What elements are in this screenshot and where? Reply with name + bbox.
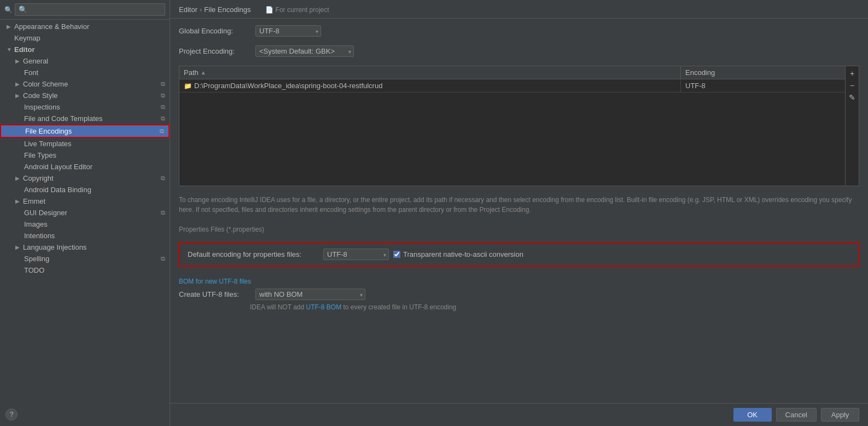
sidebar-item-spelling[interactable]: Spelling ⧉ <box>0 253 170 264</box>
properties-encoding-label: Default encoding for properties files: <box>188 250 319 258</box>
encoding-table: Path ▲ Encoding 📁 D:\ProgramData\WorkPla… <box>179 66 859 186</box>
bom-info: IDEA will NOT add UTF-8 BOM to every cre… <box>250 303 859 311</box>
content-header: Editor › File Encodings 📄 For current pr… <box>170 0 868 19</box>
search-bar[interactable]: 🔍 <box>0 0 170 20</box>
create-utf8-dropdown[interactable]: with NO BOM with BOM with BOM (macOS/Lin… <box>255 289 365 300</box>
sidebar-item-label: Font <box>24 68 38 77</box>
encoding-value: UTF-8 <box>685 82 706 90</box>
search-icon: 🔍 <box>4 6 13 14</box>
table-row[interactable]: 📁 D:\ProgramData\WorkPlace_idea\spring-b… <box>179 79 845 93</box>
sidebar-item-emmet[interactable]: ▶ Emmet <box>0 195 170 207</box>
global-encoding-row: Global Encoding: UTF-8 ISO-8859-1 window… <box>179 25 859 37</box>
create-utf8-dropdown-wrapper: with NO BOM with BOM with BOM (macOS/Lin… <box>255 289 365 300</box>
chevron-right-icon: ▶ <box>15 58 23 64</box>
sidebar-item-label: General <box>23 57 48 65</box>
table-cell-path: 📁 D:\ProgramData\WorkPlace_idea\spring-b… <box>179 79 681 92</box>
transparent-checkbox[interactable] <box>393 251 400 258</box>
copy-icon: ⧉ <box>161 115 165 122</box>
sidebar-item-label: Color Scheme <box>23 80 68 88</box>
bom-info-link[interactable]: UTF-8 BOM <box>306 303 341 311</box>
copy-icon: ⧉ <box>161 103 165 111</box>
col-encoding-label: Encoding <box>685 68 715 77</box>
sidebar-item-label: Keymap <box>14 34 40 42</box>
global-encoding-dropdown-wrapper: UTF-8 ISO-8859-1 windows-1252 GBK <box>255 25 321 37</box>
sidebar-item-intentions[interactable]: Intentions <box>0 230 170 241</box>
sidebar-section: ▶ Appearance & Behavior Keymap ▼ Editor … <box>0 20 170 277</box>
sidebar-item-inspections[interactable]: Inspections ⧉ <box>0 101 170 113</box>
breadcrumb-separator: › <box>200 5 202 14</box>
for-project-icon: 📄 <box>265 6 273 14</box>
sidebar-item-general[interactable]: ▶ General <box>0 55 170 67</box>
sidebar-item-label: Intentions <box>24 232 55 240</box>
cancel-button[interactable]: Cancel <box>776 408 817 422</box>
properties-section-label: Properties Files (*.properties) <box>179 226 859 233</box>
chevron-right-icon: ▶ <box>15 93 23 99</box>
project-encoding-row: Project Encoding: <System Default: GBK> … <box>179 45 859 57</box>
sidebar-item-editor[interactable]: ▼ Editor <box>0 44 170 55</box>
apply-button[interactable]: Apply <box>821 408 859 422</box>
sidebar-item-android-data-binding[interactable]: Android Data Binding <box>0 184 170 195</box>
chevron-down-icon: ▼ <box>7 47 14 53</box>
sidebar-item-file-encodings[interactable]: File Encodings ⧉ <box>0 124 170 138</box>
sidebar-item-label: Inspections <box>24 103 60 111</box>
sidebar-item-label: Android Layout Editor <box>24 163 92 171</box>
global-encoding-label: Global Encoding: <box>179 27 250 35</box>
sidebar-item-gui-designer[interactable]: GUI Designer ⧉ <box>0 207 170 218</box>
properties-encoding-dropdown-wrapper: UTF-8 ISO-8859-1 GBK <box>323 249 389 260</box>
edit-encoding-button[interactable]: ✎ <box>847 93 858 102</box>
table-body: 📁 D:\ProgramData\WorkPlace_idea\spring-b… <box>179 79 845 186</box>
sidebar-item-label: Copyright <box>23 174 54 182</box>
sidebar-item-label: Images <box>24 220 48 228</box>
sidebar-item-label: Appearance & Behavior <box>14 22 89 31</box>
sidebar-item-label: Android Data Binding <box>24 186 91 194</box>
sidebar-item-label: TODO <box>24 266 44 274</box>
sidebar-item-color-scheme[interactable]: ▶ Color Scheme ⧉ <box>0 78 170 90</box>
ok-button[interactable]: OK <box>733 408 772 422</box>
table-cell-encoding: UTF-8 <box>681 79 845 92</box>
breadcrumb-current: File Encodings <box>204 5 251 14</box>
search-input[interactable] <box>15 3 165 16</box>
copy-icon: ⧉ <box>161 175 165 182</box>
sidebar-item-live-templates[interactable]: Live Templates <box>0 138 170 149</box>
sidebar-item-android-layout-editor[interactable]: Android Layout Editor <box>0 161 170 172</box>
bom-section-label: BOM for new UTF-8 files <box>179 278 859 285</box>
for-project-link[interactable]: 📄 For current project <box>265 6 329 14</box>
breadcrumb: Editor › File Encodings <box>179 5 251 14</box>
sidebar-item-appearance-behavior[interactable]: ▶ Appearance & Behavior <box>0 21 170 32</box>
sidebar-item-copyright[interactable]: ▶ Copyright ⧉ <box>0 172 170 184</box>
sidebar-item-file-types[interactable]: File Types <box>0 149 170 161</box>
properties-encoding-dropdown[interactable]: UTF-8 ISO-8859-1 GBK <box>323 249 389 260</box>
sidebar-item-todo[interactable]: TODO <box>0 264 170 276</box>
add-encoding-button[interactable]: + <box>847 68 858 78</box>
sidebar-item-keymap[interactable]: Keymap <box>0 32 170 44</box>
transparent-checkbox-wrapper: Transparent native-to-ascii conversion <box>393 250 523 258</box>
folder-icon: 📁 <box>184 82 192 90</box>
remove-encoding-button[interactable]: − <box>847 80 858 90</box>
bom-row: Create UTF-8 files: with NO BOM with BOM… <box>179 289 859 300</box>
sidebar-item-label: Spelling <box>24 255 49 263</box>
chevron-right-icon: ▶ <box>15 175 23 181</box>
sidebar-item-file-and-code-templates[interactable]: File and Code Templates ⧉ <box>0 113 170 124</box>
project-encoding-dropdown[interactable]: <System Default: GBK> UTF-8 GBK ISO-8859… <box>255 45 354 57</box>
sidebar-item-label: File Encodings <box>25 127 72 135</box>
content-body: Global Encoding: UTF-8 ISO-8859-1 window… <box>170 19 868 403</box>
chevron-right-icon: ▶ <box>15 81 23 87</box>
table-main: Path ▲ Encoding 📁 D:\ProgramData\WorkPla… <box>179 66 845 186</box>
for-project-label: For current project <box>276 6 329 14</box>
copy-icon: ⧉ <box>160 128 164 135</box>
path-value: D:\ProgramData\WorkPlace_idea\spring-boo… <box>194 82 382 90</box>
sidebar-item-label: Live Templates <box>24 140 71 148</box>
col-encoding-header: Encoding <box>681 66 845 79</box>
sort-icon: ▲ <box>201 70 206 76</box>
chevron-right-icon: ▶ <box>15 198 23 204</box>
sidebar-item-font[interactable]: Font <box>0 67 170 78</box>
copy-icon: ⧉ <box>161 80 165 88</box>
global-encoding-dropdown[interactable]: UTF-8 ISO-8859-1 windows-1252 GBK <box>255 25 321 37</box>
copy-icon: ⧉ <box>161 92 165 99</box>
sidebar-item-language-injections[interactable]: ▶ Language Injections <box>0 241 170 253</box>
sidebar-item-label: GUI Designer <box>24 209 67 217</box>
sidebar-item-images[interactable]: Images <box>0 218 170 230</box>
sidebar-item-code-style[interactable]: ▶ Code Style ⧉ <box>0 90 170 101</box>
sidebar-item-label: File and Code Templates <box>24 114 103 123</box>
breadcrumb-parent: Editor <box>179 5 197 14</box>
